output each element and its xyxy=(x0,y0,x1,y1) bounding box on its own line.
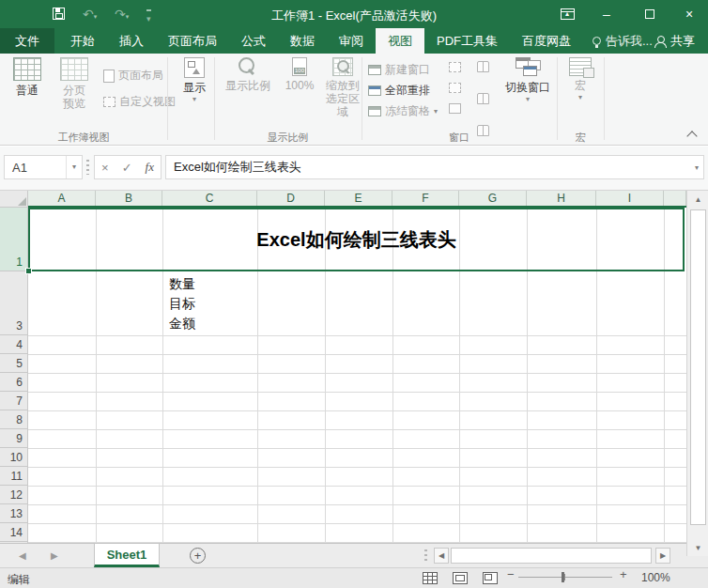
page-layout-view-button[interactable]: 页面布局 xyxy=(103,68,163,84)
column-header-partial[interactable] xyxy=(664,191,686,206)
scroll-down-icon[interactable]: ▼ xyxy=(689,540,707,555)
formula-content: Excel如何绘制三线表头 xyxy=(166,159,690,176)
row-header-1[interactable]: 1 xyxy=(0,208,28,271)
sheet-tab-sheet1[interactable]: Sheet1 xyxy=(94,544,160,567)
name-box[interactable]: A1 ▾ xyxy=(4,155,83,179)
row-header-13[interactable]: 13 xyxy=(0,504,28,523)
column-header-b[interactable]: B xyxy=(96,191,162,206)
scroll-up-icon[interactable]: ▲ xyxy=(689,192,707,207)
arrange-all-button[interactable]: 全部重排 xyxy=(368,83,430,99)
switch-windows-button[interactable]: 切换窗口 ▾ xyxy=(501,57,554,129)
hide-window-button[interactable] xyxy=(449,83,461,93)
tab-view[interactable]: 视图 xyxy=(376,28,424,54)
zoom-100-button[interactable]: 100% xyxy=(280,57,319,129)
column-header-d[interactable]: D xyxy=(257,191,325,206)
macros-button[interactable]: 宏 ▾ xyxy=(562,57,599,129)
insert-function-icon[interactable]: fx xyxy=(146,160,154,175)
fill-handle[interactable] xyxy=(25,268,32,274)
zoom-to-selection-button[interactable]: 缩放到选定区域 xyxy=(321,57,364,129)
tab-page-layout[interactable]: 页面布局 xyxy=(156,28,229,54)
new-sheet-button[interactable]: + xyxy=(190,548,206,564)
tab-insert[interactable]: 插入 xyxy=(107,28,156,54)
column-header-g[interactable]: G xyxy=(459,191,527,206)
row-header-8[interactable]: 8 xyxy=(0,410,28,429)
tab-pdf-tools[interactable]: PDF工具集 xyxy=(424,28,510,54)
column-header-h[interactable]: H xyxy=(527,191,596,206)
custom-views-button[interactable]: 自定义视图 xyxy=(103,94,176,110)
view-side-by-side-button[interactable] xyxy=(477,61,489,72)
freeze-panes-icon xyxy=(368,106,381,116)
freeze-panes-button[interactable]: 冻结窗格 ▾ xyxy=(368,103,438,119)
cancel-icon[interactable]: × xyxy=(101,161,109,175)
vertical-scrollbar[interactable]: ▲ ▼ xyxy=(686,191,708,556)
tab-formulas[interactable]: 公式 xyxy=(229,28,278,54)
zoom-slider-track[interactable] xyxy=(518,577,612,578)
zoom-slider-thumb[interactable] xyxy=(562,572,564,582)
close-button[interactable]: × xyxy=(670,0,708,28)
sheet-prev-icon[interactable]: ◀ xyxy=(19,550,26,561)
tab-home[interactable]: 开始 xyxy=(58,28,107,54)
tab-baidu-netdisk[interactable]: 百度网盘 xyxy=(510,28,583,54)
group-divider xyxy=(167,57,168,140)
tab-review[interactable]: 审阅 xyxy=(327,28,376,54)
row-header-10[interactable]: 10 xyxy=(0,448,28,467)
row-header-3[interactable]: 3 xyxy=(0,271,28,335)
formula-input[interactable]: Excel如何绘制三线表头 ▾ xyxy=(165,155,704,179)
hscroll-right-icon[interactable]: ▶ xyxy=(655,548,670,564)
page-break-status-button[interactable] xyxy=(483,572,498,584)
ribbon-display-options-button[interactable]: ▴ xyxy=(548,0,586,28)
unhide-window-button[interactable] xyxy=(449,103,461,114)
row-header-14[interactable]: 14 xyxy=(0,523,28,542)
magnifier-icon xyxy=(239,57,257,76)
arrange-all-icon xyxy=(368,85,381,96)
formula-bar-expand-icon[interactable]: ▾ xyxy=(690,163,703,172)
normal-view-label: 普通 xyxy=(16,84,38,97)
zoom-button[interactable]: 显示比例 xyxy=(220,57,276,129)
show-label: 显示 xyxy=(183,81,206,94)
page-break-preview-button[interactable]: 分页预览 xyxy=(51,57,98,129)
share-button[interactable]: 共享 xyxy=(647,28,702,54)
split-button[interactable] xyxy=(449,62,461,72)
enter-icon[interactable]: ✓ xyxy=(122,161,132,175)
show-dropdown-button[interactable]: 显示 ▾ xyxy=(175,57,214,129)
page-layout-icon xyxy=(103,70,115,83)
row-header-6[interactable]: 6 xyxy=(0,373,28,392)
collapse-ribbon-icon[interactable] xyxy=(686,131,697,141)
formula-bar-drag-handle[interactable] xyxy=(86,160,89,175)
normal-view-button[interactable]: 普通 xyxy=(6,57,49,129)
tab-file[interactable]: 文件 xyxy=(0,28,54,54)
zoom-out-icon[interactable]: − xyxy=(507,567,515,581)
row-header-12[interactable]: 12 xyxy=(0,486,28,504)
zoom-in-icon[interactable]: + xyxy=(620,567,627,581)
vertical-scroll-thumb[interactable] xyxy=(690,209,706,525)
name-box-dropdown-icon[interactable]: ▾ xyxy=(66,156,82,178)
cell-c3-line: 金额 xyxy=(169,314,195,333)
new-window-button[interactable]: 新建窗口 xyxy=(368,62,430,78)
row-header-11[interactable]: 11 xyxy=(0,467,28,486)
horizontal-scroll-thumb[interactable] xyxy=(451,548,652,564)
hscroll-left-icon[interactable]: ◀ xyxy=(434,548,449,564)
zoom-level[interactable]: 100% xyxy=(641,571,670,584)
cell-c3[interactable]: 数量 目标 金额 xyxy=(169,274,195,333)
column-header-c[interactable]: C xyxy=(162,191,257,206)
page-layout-status-button[interactable] xyxy=(453,572,468,584)
column-header-f[interactable]: F xyxy=(392,191,459,206)
sheet-next-icon[interactable]: ▶ xyxy=(51,550,58,561)
row-header-5[interactable]: 5 xyxy=(0,354,28,373)
column-header-e[interactable]: E xyxy=(325,191,392,206)
formula-buttons: × ✓ fx xyxy=(94,155,162,179)
column-header-i[interactable]: I xyxy=(596,191,664,206)
normal-view-status-button[interactable] xyxy=(423,572,438,584)
tab-bar-drag-handle[interactable] xyxy=(424,549,427,563)
row-header-9[interactable]: 9 xyxy=(0,429,28,448)
gridlines-horizontal xyxy=(28,335,686,543)
synchronous-scrolling-button[interactable] xyxy=(477,93,489,104)
column-header-a[interactable]: A xyxy=(28,191,96,206)
minimize-button[interactable]: – xyxy=(588,0,625,28)
select-all-button[interactable] xyxy=(0,191,28,208)
row-header-4[interactable]: 4 xyxy=(0,335,28,354)
new-window-label: 新建窗口 xyxy=(385,62,430,78)
row-header-7[interactable]: 7 xyxy=(0,392,28,410)
tab-data[interactable]: 数据 xyxy=(278,28,327,54)
maximize-button[interactable] xyxy=(631,0,669,28)
